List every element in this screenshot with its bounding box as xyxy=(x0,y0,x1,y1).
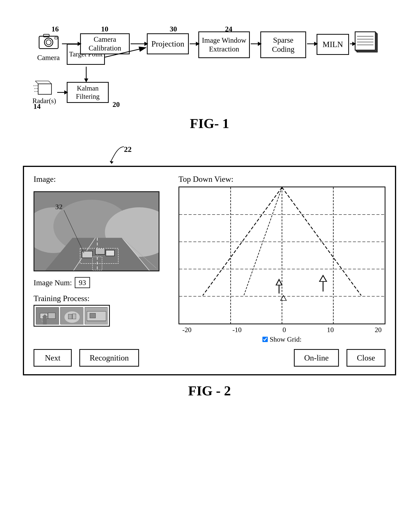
top-down-svg xyxy=(179,187,385,323)
svg-rect-4 xyxy=(55,37,57,39)
next-button[interactable]: Next xyxy=(34,349,72,367)
training-thumb-3 xyxy=(85,307,107,324)
recognition-button[interactable]: Recognition xyxy=(79,349,139,367)
fig2-container: 22 Image: xyxy=(23,145,396,399)
projection-box: Projection xyxy=(147,33,189,54)
show-grid-checkbox[interactable] xyxy=(262,337,268,342)
svg-line-51 xyxy=(203,187,282,296)
arrow-radar-to-kalman xyxy=(57,92,68,93)
axis-label-10: 10 xyxy=(327,326,334,334)
fig1-title: FIG- 1 xyxy=(190,116,229,132)
svg-line-6 xyxy=(35,81,38,84)
main-image-box: 32 xyxy=(34,191,159,271)
kalman-filtering-box: Kalman Filtering xyxy=(67,82,109,103)
image-num-input[interactable] xyxy=(75,277,90,288)
road-svg: 32 xyxy=(34,192,159,271)
svg-rect-24 xyxy=(95,248,105,254)
label-22-arrow xyxy=(80,145,156,164)
svg-point-2 xyxy=(46,40,51,45)
stacked-pages-icon xyxy=(355,31,383,54)
svg-line-12 xyxy=(105,48,146,57)
show-grid-row: Show Grid: xyxy=(179,335,385,343)
label-30: 30 xyxy=(170,25,177,33)
arrow-miln-to-stack xyxy=(350,43,356,44)
image-window-extraction-box: Image Window Extraction xyxy=(198,31,250,58)
top-down-label: Top Down View: xyxy=(179,174,385,184)
axis-label-0: 0 xyxy=(283,326,286,334)
button-row-right: On-line Close xyxy=(179,343,385,367)
arrow-target-to-proj xyxy=(103,32,149,71)
camera-label: Camera xyxy=(37,53,60,62)
show-grid-label: Show Grid: xyxy=(270,335,301,343)
label-10: 10 xyxy=(101,25,108,33)
axis-label-20: 20 xyxy=(375,326,382,334)
button-row-left: Next Recognition xyxy=(34,343,167,367)
arrow-kalman-to-target xyxy=(86,67,87,82)
svg-line-53 xyxy=(244,187,282,296)
page: 16 10 30 24 14 20 Camera xyxy=(0,0,419,532)
image-num-row: Image Num: xyxy=(34,277,167,288)
right-panel: Top Down View: xyxy=(179,174,385,367)
left-panel: Image: xyxy=(34,174,167,367)
svg-rect-39 xyxy=(72,314,76,319)
svg-marker-54 xyxy=(276,280,282,285)
road-scene: 32 xyxy=(34,192,159,271)
svg-point-1 xyxy=(44,38,53,47)
top-down-chart xyxy=(179,186,385,324)
arrow-iwe-to-sc xyxy=(251,43,261,44)
label-22-area: 22 xyxy=(23,145,396,164)
svg-line-7 xyxy=(49,81,52,84)
svg-rect-5 xyxy=(38,84,52,94)
svg-rect-25 xyxy=(106,250,114,256)
radars-label: Radar(s) xyxy=(32,97,56,105)
arrow-proj-to-iwe xyxy=(190,43,199,44)
arrow-cam-to-cal xyxy=(62,43,81,44)
miln-box: MILN xyxy=(317,34,349,55)
svg-rect-33 xyxy=(48,313,55,319)
training-images xyxy=(34,305,110,327)
svg-rect-43 xyxy=(90,313,95,318)
svg-marker-14 xyxy=(110,161,114,164)
arrow-sc-to-miln xyxy=(307,43,317,44)
training-section: Training Process: xyxy=(34,294,167,327)
svg-text:32: 32 xyxy=(55,203,63,211)
fig1-container: 16 10 30 24 14 20 Camera xyxy=(23,15,396,133)
svg-marker-56 xyxy=(319,275,327,282)
dialog-box: Image: xyxy=(23,166,396,375)
fig2-title: FIG - 2 xyxy=(23,383,396,399)
training-thumb-2 xyxy=(60,307,83,324)
flow-diagram: 16 10 30 24 14 20 Camera xyxy=(32,21,414,120)
axis-label-neg10: -10 xyxy=(233,326,242,334)
sparse-coding-box: Sparse Coding xyxy=(260,31,306,58)
image-label: Image: xyxy=(34,174,167,184)
training-thumb-1 xyxy=(36,307,59,324)
camera-icon xyxy=(36,31,61,50)
axis-label-neg20: -20 xyxy=(182,326,192,334)
image-num-label: Image Num: xyxy=(34,278,72,287)
svg-rect-38 xyxy=(68,314,72,319)
training-label: Training Process: xyxy=(34,294,167,303)
svg-line-52 xyxy=(282,187,361,296)
axis-labels: -20 -10 0 10 20 xyxy=(179,324,385,334)
online-button[interactable]: On-line xyxy=(294,349,339,367)
label-20: 20 xyxy=(113,100,120,109)
close-button[interactable]: Close xyxy=(347,349,385,367)
